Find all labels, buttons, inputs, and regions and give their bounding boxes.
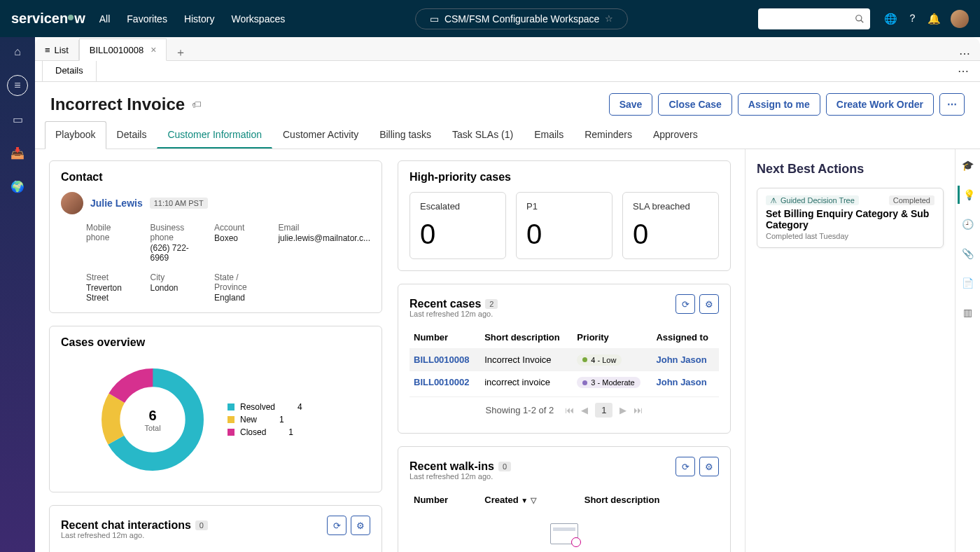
pager-prev-icon[interactable]: ◀	[581, 405, 588, 415]
panel-icon[interactable]: ▥	[959, 303, 977, 322]
legend-item[interactable]: New1	[227, 415, 302, 425]
field-value: London	[150, 283, 200, 293]
create-work-order-button[interactable]: Create Work Order	[826, 93, 934, 116]
kpi-card[interactable]: P10	[516, 192, 612, 259]
rec-tab-approvers[interactable]: Approvers	[643, 121, 708, 149]
content-area: Contact Julie Lewis 11:10 AM PST Mobile …	[35, 149, 745, 552]
globe-icon[interactable]: 🌐	[884, 13, 897, 25]
nav-workspaces[interactable]: Workspaces	[231, 13, 285, 25]
legend-swatch	[227, 416, 234, 423]
refresh-icon[interactable]: ⟳	[327, 516, 346, 535]
case-number-link[interactable]: BILL0010002	[414, 377, 470, 387]
contact-name-link[interactable]: Julie Lewis	[90, 198, 143, 209]
legend-item[interactable]: Resolved4	[227, 402, 302, 412]
workspace-name: CSM/FSM Configurable Workspace	[444, 13, 599, 25]
rec-tab-customer-activity[interactable]: Customer Activity	[272, 121, 369, 149]
pager-next-icon[interactable]: ▶	[620, 405, 626, 415]
bulb-icon[interactable]: 💡	[958, 186, 976, 204]
kpi-value: 0	[633, 219, 708, 250]
col-number[interactable]: Number	[61, 548, 132, 552]
gear-icon[interactable]: ⚙	[699, 457, 719, 476]
rec-tab-task-slas[interactable]: Task SLAs (1)	[442, 121, 524, 149]
inbox-icon[interactable]: 📥	[7, 142, 28, 163]
col-created[interactable]: Created ▼▽	[480, 489, 580, 511]
cases-overview-title: Cases overview	[61, 336, 370, 349]
search-icon	[855, 14, 864, 24]
workspace-pill[interactable]: ▭ CSM/FSM Configurable Workspace ☆	[415, 8, 628, 29]
recent-cases-title: Recent cases	[410, 298, 481, 310]
filter-icon[interactable]: ▽	[531, 496, 536, 504]
recent-walkins-card: Recent walk-ins 0 ⟳ ⚙ Last refreshed 12m…	[398, 446, 731, 552]
refresh-icon[interactable]: ⟳	[676, 294, 695, 314]
subtab-overflow-icon[interactable]: ⋯	[946, 61, 980, 81]
tab-record[interactable]: BILL0010008 ×	[79, 39, 167, 61]
list-icon[interactable]: ≡	[7, 75, 28, 96]
assigned-link[interactable]: John Jason	[656, 377, 706, 387]
rec-tab-details[interactable]: Details	[106, 121, 158, 149]
pager-current[interactable]: 1	[595, 403, 612, 418]
save-button[interactable]: Save	[609, 93, 653, 116]
nav-history[interactable]: History	[184, 13, 215, 25]
nav-all[interactable]: All	[99, 13, 111, 25]
recent-chat-refreshed: Last refreshed 12m ago.	[61, 531, 370, 539]
tab-overflow-icon[interactable]: ⋯	[949, 47, 980, 60]
recent-chat-title: Recent chat interactions	[61, 519, 191, 532]
tab-list[interactable]: ≡ List	[35, 40, 79, 60]
assign-to-me-button[interactable]: Assign to me	[738, 93, 820, 116]
top-nav: All Favorites History Workspaces	[99, 13, 285, 25]
rec-tab-billing-tasks[interactable]: Billing tasks	[369, 121, 442, 149]
nav-favorites[interactable]: Favorites	[127, 13, 167, 25]
col-short-desc[interactable]: Short description	[580, 489, 719, 511]
more-actions-button[interactable]: ⋯	[939, 93, 965, 116]
col-created[interactable]: Created ▼▽	[132, 548, 231, 552]
col-number[interactable]: Number	[410, 326, 480, 348]
kpi-card[interactable]: Escalated0	[410, 192, 506, 259]
pager-first-icon[interactable]: ⏮	[565, 405, 574, 415]
case-desc: Incorrect Invoice	[480, 348, 573, 371]
home-icon[interactable]: ⌂	[7, 41, 28, 62]
col-assigned[interactable]: Assigned to	[652, 326, 719, 348]
hat-icon[interactable]: 🎓	[959, 156, 977, 174]
field-label: Street	[86, 272, 136, 282]
star-icon[interactable]: ☆	[605, 13, 613, 24]
close-case-button[interactable]: Close Case	[658, 93, 732, 116]
case-number-link[interactable]: BILL0010008	[414, 354, 470, 365]
clock-icon[interactable]: 🕘	[959, 215, 977, 233]
add-tab-button[interactable]: ＋	[167, 46, 195, 60]
user-avatar[interactable]	[951, 10, 969, 28]
table-row[interactable]: BILL0010002 incorrect invoice 3 - Modera…	[410, 371, 719, 394]
attachment-icon[interactable]: 📎	[959, 244, 977, 263]
legend-item[interactable]: Closed1	[227, 427, 302, 437]
sort-desc-icon: ▼	[521, 497, 528, 504]
search-input[interactable]	[758, 8, 870, 29]
action-card[interactable]: ⩚Guided Decision Tree Completed Set Bill…	[757, 188, 944, 248]
gear-icon[interactable]: ⚙	[699, 294, 719, 314]
rec-tab-customer-info[interactable]: Customer Information	[157, 121, 272, 149]
card-icon[interactable]: ▭	[7, 109, 28, 130]
assigned-link[interactable]: John Jason	[656, 354, 706, 365]
contact-card: Contact Julie Lewis 11:10 AM PST Mobile …	[49, 160, 382, 313]
rec-tab-emails[interactable]: Emails	[524, 121, 574, 149]
contact-avatar[interactable]	[61, 192, 83, 214]
action-sub: Completed last Tuesday	[766, 232, 934, 240]
record-tabs: Playbook Details Customer Information Cu…	[35, 121, 980, 149]
pager-last-icon[interactable]: ⏭	[634, 405, 643, 415]
close-icon[interactable]: ×	[150, 44, 156, 55]
world-icon[interactable]: 🌍	[7, 176, 28, 197]
gear-icon[interactable]: ⚙	[351, 516, 370, 535]
subtab-details[interactable]: Details	[42, 60, 97, 81]
logo[interactable]: servicenw	[11, 11, 85, 27]
col-number[interactable]: Number	[410, 489, 480, 511]
rec-tab-reminders[interactable]: Reminders	[574, 121, 643, 149]
kpi-card[interactable]: SLA breached0	[622, 192, 719, 259]
refresh-icon[interactable]: ⟳	[676, 457, 695, 476]
col-priority[interactable]: Priority	[573, 326, 652, 348]
col-short-desc[interactable]: Short description	[480, 326, 573, 348]
bell-icon[interactable]: 🔔	[927, 13, 941, 25]
table-row[interactable]: BILL0010008 Incorrect Invoice 4 - Low Jo…	[410, 348, 719, 371]
col-short-desc[interactable]: Short description	[232, 548, 370, 552]
rec-tab-playbook[interactable]: Playbook	[45, 121, 106, 149]
help-icon[interactable]: ？	[907, 12, 918, 25]
tag-icon[interactable]: 🏷	[192, 99, 202, 110]
doc-icon[interactable]: 📄	[959, 274, 977, 292]
